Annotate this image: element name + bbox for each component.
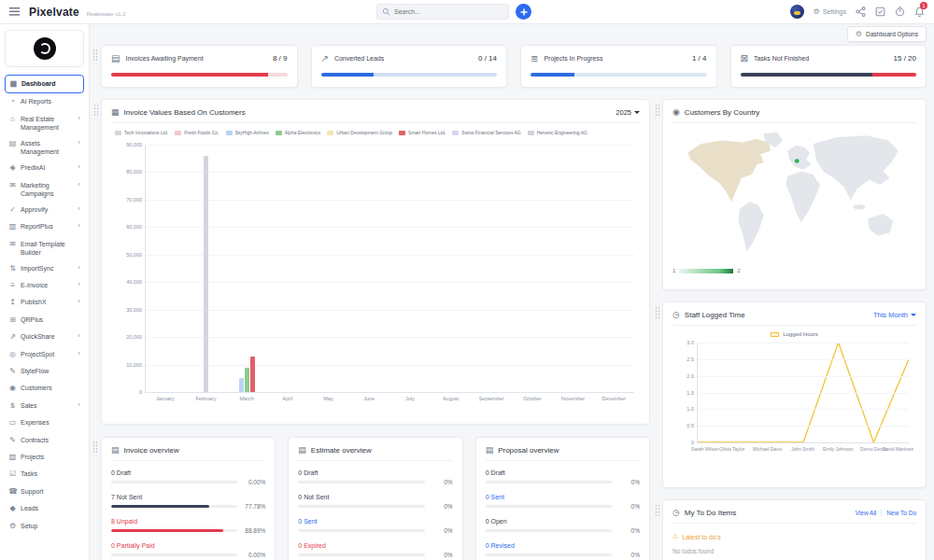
- dashboard-options-button[interactable]: ⚙ Dashboard Options: [847, 26, 927, 42]
- drag-handle[interactable]: [655, 306, 660, 319]
- hamburger-menu-icon[interactable]: [9, 7, 20, 16]
- overview-title: Proposal overview: [498, 446, 559, 455]
- settings-button[interactable]: ⚙ Settings: [814, 7, 846, 16]
- right-column: ◉ Customers By Country: [662, 99, 927, 560]
- sidebar-item-quickshare[interactable]: ⇗QuickShare‹: [5, 329, 84, 345]
- search-box[interactable]: [376, 4, 509, 20]
- drag-handle[interactable]: [655, 504, 660, 517]
- drag-handle[interactable]: [655, 104, 660, 117]
- sidebar-item-setup[interactable]: ⚙Setup: [5, 518, 84, 535]
- y-axis-label: 0: [691, 440, 694, 445]
- x-axis-label: November: [561, 396, 585, 401]
- view-all-link[interactable]: View All: [856, 510, 877, 516]
- sidebar-item-contracts[interactable]: ✎Contracts: [5, 432, 84, 449]
- kpi-card-projects-in-progress[interactable]: ≣Projects In Progress1 / 4: [520, 45, 717, 88]
- bar-alpha-electronics-march[interactable]: [245, 368, 249, 393]
- year-filter-dropdown[interactable]: 2025: [616, 108, 640, 117]
- legend-item-helvetic-engineering-ag[interactable]: Helvetic Engineering AG: [528, 130, 587, 135]
- sidebar-item-email-template-builder[interactable]: ✉Email Template Builder: [5, 236, 84, 260]
- overview-progress-fill: [111, 529, 223, 532]
- gear-icon: ⚙: [856, 30, 862, 38]
- search-icon: [382, 7, 390, 16]
- my-todo-items-card: ◷ My To Do Items View All New To Do ⚠ La…: [662, 499, 927, 560]
- sidebar-item-e-invoice[interactable]: ≡E-Invoice‹: [5, 277, 84, 294]
- kpi-card-invoices-awaiting-payment[interactable]: ▤Invoices Awaiting Payment8 / 9: [101, 45, 298, 88]
- sidebar-item-predixai[interactable]: ◈PredixAI‹: [5, 160, 84, 176]
- overview-row-0-expired: 0 Expired0%: [298, 542, 452, 558]
- topbar: Pixelvate Realestate v1.2 ⚙ Settings: [0, 0, 934, 24]
- x-axis-label: February: [195, 396, 216, 401]
- sidebar-item-publishx[interactable]: ↥PublishX‹: [5, 294, 84, 311]
- company-logo[interactable]: [5, 30, 84, 67]
- x-axis-label: Emily Johnson: [823, 446, 854, 452]
- overview-row-0-not-sent: 0 Not Sent0%: [298, 494, 452, 510]
- sidebar-item-label: StyleFlow: [21, 367, 80, 375]
- world-map[interactable]: [672, 127, 916, 267]
- period-filter-dropdown[interactable]: This Month: [873, 311, 916, 319]
- kpi-title: Converted Leads: [334, 55, 384, 62]
- drag-handle[interactable]: [92, 441, 98, 454]
- timer-icon[interactable]: [895, 7, 905, 17]
- sidebar-item-projects[interactable]: ▧Projects: [5, 449, 84, 466]
- x-axis-label: John Smith: [791, 446, 814, 452]
- legend-item-skyhigh-airlines[interactable]: SkyHigh Airlines: [226, 130, 269, 135]
- notification-bell-icon[interactable]: 1: [914, 7, 925, 18]
- legend-item-urban-development-group[interactable]: Urban Development Group: [327, 130, 392, 135]
- main-content: ⚙ Dashboard Options ▤Invoices Awaiting P…: [90, 24, 934, 560]
- sidebar-item-dashboard[interactable]: ▦Dashboard: [5, 75, 84, 93]
- kpi-card-tasks-not-finished[interactable]: ⊠Tasks Not Finished15 / 20: [730, 45, 927, 88]
- legend-item-smart-homes-ltd[interactable]: Smart Homes Ltd.: [399, 130, 446, 135]
- search-input[interactable]: [394, 8, 503, 15]
- sidebar-nav: ▦Dashboard◔AI Reports⌂Real Estate Manage…: [5, 75, 84, 535]
- projects-icon: ▧: [8, 453, 17, 462]
- x-axis-label: June: [363, 396, 375, 401]
- legend-item-fresh-foods-co[interactable]: Fresh Foods Co.: [175, 130, 219, 135]
- sidebar-item-reportplus[interactable]: ▥ReportPlus‹: [5, 218, 84, 235]
- drag-handle[interactable]: [93, 104, 99, 117]
- sidebar-item-styleflow[interactable]: ✎StyleFlow: [5, 363, 84, 380]
- y-axis-label: 1.0: [686, 406, 694, 412]
- clock-icon: ◷: [672, 508, 680, 517]
- sidebar-item-leads[interactable]: ◆Leads: [5, 500, 84, 517]
- importsync-icon: ⇅: [8, 264, 17, 273]
- sidebar-item-tasks[interactable]: ☑Tasks: [5, 466, 84, 483]
- sidebar-item-ai-reports[interactable]: ◔AI Reports: [5, 93, 84, 110]
- sidebar-item-assets-management[interactable]: ▤Assets Management‹: [5, 135, 84, 160]
- sidebar-item-label: PredixAI: [21, 163, 74, 172]
- bar-smart-homes-ltd-march[interactable]: [250, 357, 255, 392]
- legend-item-alpha-electronics[interactable]: Alpha Electronics: [276, 130, 321, 135]
- drag-handle[interactable]: [92, 49, 98, 62]
- region-south-america: [738, 202, 763, 251]
- gridline: [698, 376, 909, 377]
- sidebar-item-approvify[interactable]: ✓Approvify‹: [5, 202, 84, 218]
- bar-skyhigh-airlines-march[interactable]: [239, 378, 244, 392]
- sidebar-item-support[interactable]: ☎Support: [5, 483, 84, 500]
- quick-add-button[interactable]: [516, 4, 531, 20]
- overview-bar-line: 0%: [298, 552, 452, 558]
- overview-row-label: 0 Draft: [298, 469, 452, 476]
- new-todo-link[interactable]: New To Do: [886, 510, 916, 516]
- sidebar-item-marketing-campaigns[interactable]: ✉Marketing Campaigns‹: [5, 177, 84, 202]
- sidebar-item-expenses[interactable]: ▭Expenses: [5, 414, 84, 431]
- sidebar-item-sales[interactable]: $Sales‹: [5, 398, 84, 414]
- line-chart-plot: 3.02.52.01.51.00.50: [697, 343, 909, 443]
- sidebar-item-customers[interactable]: ◉Customers: [5, 380, 84, 397]
- sidebar-item-label: ReportPlus: [21, 222, 74, 231]
- kpi-value: 8 / 9: [273, 54, 288, 63]
- sidebar-item-real-estate-management[interactable]: ⌂Real Estate Management‹: [5, 111, 84, 135]
- kpi-card-converted-leads[interactable]: ↗Converted Leads0 / 14: [311, 45, 508, 88]
- projectspot-icon: ◎: [8, 350, 17, 359]
- sidebar-item-projectspot[interactable]: ◎ProjectSpot‹: [5, 346, 84, 363]
- legend-item-swiss-financial-services-ag[interactable]: Swiss Financial Services AG: [452, 130, 520, 135]
- overview-percent: 0%: [617, 552, 640, 558]
- tasks-checklist-icon[interactable]: [875, 7, 885, 17]
- sidebar-item-label: Sales: [21, 401, 74, 410]
- y-axis-label: 3.0: [686, 340, 694, 345]
- sidebar-item-importsync[interactable]: ⇅ImportSync‹: [5, 260, 84, 277]
- legend-item-tech-innovations-ltd[interactable]: Tech Innovations Ltd.: [115, 130, 168, 135]
- user-avatar[interactable]: [790, 5, 804, 19]
- share-icon[interactable]: [856, 7, 866, 17]
- customers-icon: ◉: [8, 384, 17, 393]
- sidebar-item-qrplus[interactable]: ⊞QRPlus: [5, 312, 84, 329]
- bar-tech-innovations-ltd-february[interactable]: [204, 156, 208, 392]
